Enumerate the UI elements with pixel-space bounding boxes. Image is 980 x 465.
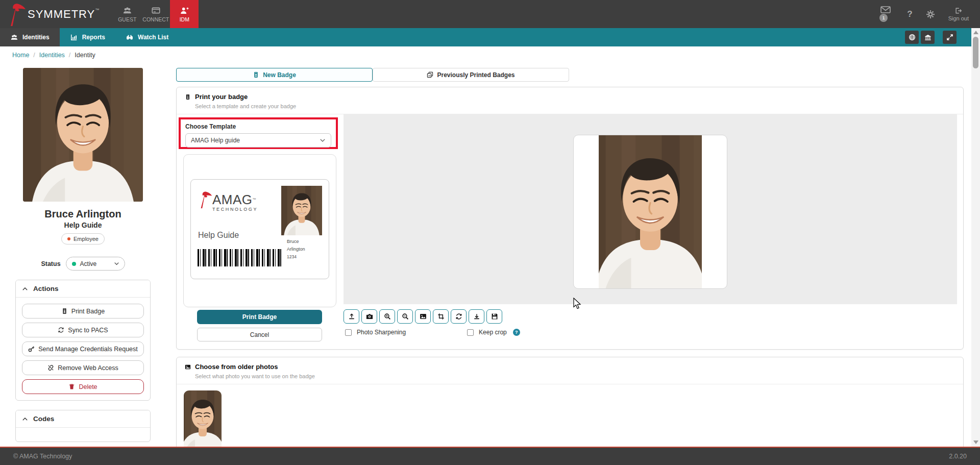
zoom-in-icon [384,313,391,320]
badge-name-block: Bruce Arlington 1234 [281,239,322,259]
sign-out-button[interactable]: Sign out [948,7,969,21]
app-tab-guest[interactable]: GUEST [113,0,141,28]
trash-icon [68,383,75,390]
upload-icon [348,313,355,320]
nav-tab-reports[interactable]: Reports [60,28,115,46]
settings-gear-icon[interactable] [926,10,935,19]
app-tab-label: CONNECT [142,16,169,22]
older-photo-thumbnail[interactable] [184,390,222,452]
remove-web-access-button[interactable]: Remove Web Access [22,360,144,375]
print-card-subtitle: Select a template and create your badge [195,103,955,109]
fit-image-button[interactable] [415,309,431,324]
nav-utility-buttons [905,28,980,46]
breadcrumb-separator: / [33,52,35,59]
actions-panel-header[interactable]: Actions [16,280,150,298]
action-label: Send Manage Credentials Request [38,346,138,353]
image-icon [185,364,191,370]
template-dropdown-value: AMAG Help guide [191,137,240,144]
footer-version: 2.0.20 [949,453,967,460]
unlink-icon [47,364,54,371]
zoom-out-icon [402,313,409,320]
keep-crop-checkbox[interactable] [467,329,474,336]
scrollbar-thumb[interactable] [973,37,978,68]
watch-list-binoculars-icon [126,34,134,41]
actions-panel: Actions Print Badge Sync to PACS Send Ma… [15,280,151,401]
brand-name: SYMMETRY™ [28,8,100,21]
upload-photo-button[interactable] [344,309,359,324]
take-photo-button[interactable] [361,309,377,324]
topbar-utilities: 1 ? Sign out [880,0,980,28]
identities-users-icon [10,34,18,41]
badge-icon [185,94,191,100]
nav-tab-identities[interactable]: Identities [0,28,60,46]
save-icon [491,313,498,320]
app-tab-label: GUEST [118,16,136,22]
keep-crop-info-icon[interactable]: ? [513,329,520,336]
key-icon [28,346,35,352]
download-photo-button[interactable] [469,309,484,324]
status-dropdown[interactable]: Active [66,257,125,271]
profile-photo [23,68,143,202]
reset-photo-button[interactable] [451,309,467,324]
app-tab-connect[interactable]: CONNECT [141,0,170,28]
amag-eagle-icon [197,186,212,213]
nav-tab-label: Reports [82,34,105,41]
amag-trademark: ™ [253,198,257,201]
amag-wordmark: AMAG™ [212,193,258,206]
sync-icon [58,327,64,333]
app-tab-idm[interactable]: IDM [170,0,199,28]
badge-photo [281,186,322,235]
cancel-button[interactable]: Cancel [197,328,322,341]
template-dropdown[interactable]: AMAG Help guide [185,133,331,148]
language-globe-button[interactable] [905,31,919,44]
zoom-out-button[interactable] [397,309,413,324]
camera-icon [366,313,373,320]
tab-previously-printed-badges[interactable]: Previously Printed Badges [373,68,569,82]
print-badge-button[interactable]: Print Badge [197,310,322,324]
badge-preview-container: AMAG™ TECHNOLOGY Help Guide Bruce Arling… [183,154,336,307]
sync-to-pacs-button[interactable]: Sync to PACS [22,323,144,337]
save-photo-button[interactable] [486,309,502,324]
footer-copyright: © AMAG Technology [13,453,72,460]
codes-panel-header[interactable]: Codes [16,410,150,428]
nav-tab-watch-list[interactable]: Watch List [115,28,179,46]
photo-sharpening-checkbox[interactable] [345,329,352,336]
older-photos-card: Choose from older photos Select what pho… [176,357,964,459]
active-status-dot-icon [72,262,76,266]
employee-dot-icon [67,237,70,240]
badge-role-text: Help Guide [198,231,239,240]
send-manage-credentials-button[interactable]: Send Manage Credentials Request [22,341,144,356]
breadcrumb-identities[interactable]: Identities [39,52,65,59]
nav-tab-label: Identities [22,34,50,41]
photo-sharpening-label: Photo Sharpening [357,329,406,336]
photo-options-row: Photo Sharpening Keep crop ? [345,329,520,336]
breadcrumb-current: Identity [75,52,95,59]
photo-crop-card[interactable] [573,135,727,289]
crop-button[interactable] [433,309,449,324]
delete-button[interactable]: Delete [22,379,144,394]
actions-panel-title: Actions [33,285,59,292]
symmetry-eagle-icon [5,3,27,26]
older-photo [184,390,222,452]
chevron-up-icon [22,286,28,292]
breadcrumb-home[interactable]: Home [12,52,29,59]
codes-panel-body [16,428,150,442]
organization-bank-button[interactable] [921,31,935,44]
print-badge-action-button[interactable]: Print Badge [22,304,144,319]
badge-tabs: New Badge Previously Printed Badges [176,68,569,82]
action-label: Sync to PACS [68,327,108,334]
amag-technology-text: TECHNOLOGY [212,207,258,212]
tab-new-badge[interactable]: New Badge [176,68,373,82]
older-photos-title: Choose from older photos [195,363,278,371]
zoom-in-button[interactable] [379,309,395,324]
scroll-up-arrow-icon[interactable] [973,31,978,34]
identity-type-badge: Employee [61,233,105,244]
notifications-button[interactable]: 1 [880,6,894,23]
page-scrollbar[interactable] [971,28,980,447]
help-button[interactable]: ? [907,9,912,19]
top-app-bar: SYMMETRY™ GUEST CONNECT IDM 1 ? Sign out [0,0,980,28]
fullscreen-button[interactable] [943,31,957,44]
badge-preview: AMAG™ TECHNOLOGY Help Guide Bruce Arling… [190,179,329,279]
idm-user-plus-icon [180,6,189,15]
scroll-down-arrow-icon[interactable] [973,440,978,444]
